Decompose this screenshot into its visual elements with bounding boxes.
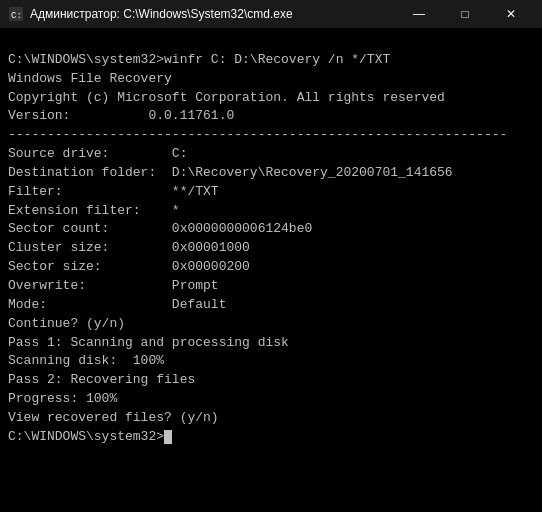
terminal-line: Copyright (c) Microsoft Corporation. All… xyxy=(8,89,534,108)
terminal-line: Source drive: C: xyxy=(8,145,534,164)
terminal-line: Windows File Recovery xyxy=(8,70,534,89)
terminal-line: ----------------------------------------… xyxy=(8,126,534,145)
terminal-line: Filter: **/TXT xyxy=(8,183,534,202)
terminal-line: View recovered files? (y/n) xyxy=(8,409,534,428)
terminal-line: Sector size: 0x00000200 xyxy=(8,258,534,277)
terminal-line: Progress: 100% xyxy=(8,390,534,409)
terminal-line: C:\WINDOWS\system32> xyxy=(8,428,534,447)
terminal-line: Overwrite: Prompt xyxy=(8,277,534,296)
cmd-icon: C: xyxy=(8,6,24,22)
terminal-line: Mode: Default xyxy=(8,296,534,315)
terminal-line: Cluster size: 0x00001000 xyxy=(8,239,534,258)
close-button[interactable]: ✕ xyxy=(488,0,534,28)
terminal-line: Destination folder: D:\Recovery\Recovery… xyxy=(8,164,534,183)
terminal-line: C:\WINDOWS\system32>winfr C: D:\Recovery… xyxy=(8,51,534,70)
terminal-line: Pass 1: Scanning and processing disk xyxy=(8,334,534,353)
terminal-line: Scanning disk: 100% xyxy=(8,352,534,371)
title-bar-controls: — □ ✕ xyxy=(396,0,534,28)
minimize-button[interactable]: — xyxy=(396,0,442,28)
terminal-line: Sector count: 0x0000000006124be0 xyxy=(8,220,534,239)
terminal-line: Pass 2: Recovering files xyxy=(8,371,534,390)
title-bar: C: Администратор: C:\Windows\System32\cm… xyxy=(0,0,542,28)
terminal-line: Version: 0.0.11761.0 xyxy=(8,107,534,126)
terminal: C:\WINDOWS\system32>winfr C: D:\Recovery… xyxy=(0,28,542,512)
terminal-line: Extension filter: * xyxy=(8,202,534,221)
title-bar-text: Администратор: C:\Windows\System32\cmd.e… xyxy=(30,7,396,21)
terminal-cursor xyxy=(164,430,172,444)
terminal-line: Continue? (y/n) xyxy=(8,315,534,334)
maximize-button[interactable]: □ xyxy=(442,0,488,28)
svg-text:C:: C: xyxy=(11,11,22,21)
